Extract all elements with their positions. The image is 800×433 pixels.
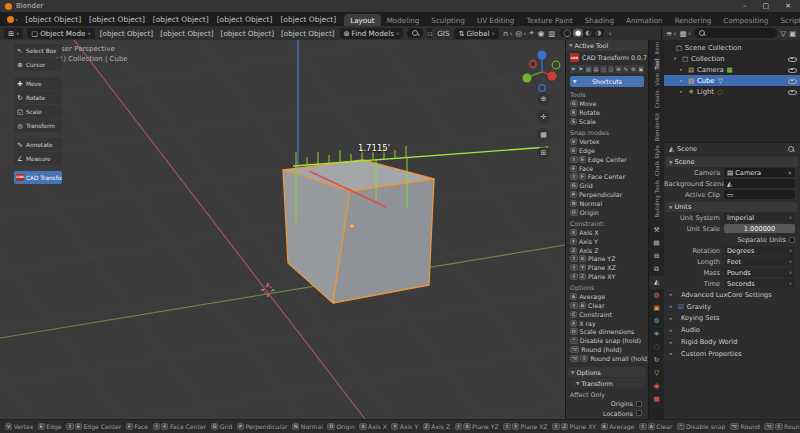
collapsed-panel-header[interactable]: ▸ ☑ Gravity: [664, 301, 800, 313]
properties-tab-icon[interactable]: ◌: [649, 341, 664, 354]
sidebar-tab[interactable]: View: [654, 71, 660, 88]
active-tool-panel-header[interactable]: ▼ Active Tool: [566, 40, 648, 51]
menu-item[interactable]: [object Object]: [213, 15, 277, 24]
shading-mode-icon[interactable]: ●: [573, 29, 583, 37]
menu-item[interactable]: [object Object]: [149, 15, 213, 24]
minimize-button[interactable]: –: [743, 2, 747, 10]
viewport-nav-icon[interactable]: ⊞: [537, 146, 550, 159]
outliner-editor-icon[interactable]: ≡∨: [666, 29, 677, 38]
header-icon[interactable]: ∩∨: [503, 28, 513, 38]
rotation-dropdown[interactable]: Degrees∨: [724, 246, 795, 255]
tool-button[interactable]: ◱ Scale: [14, 105, 62, 118]
properties-tab-icon[interactable]: ⧉: [649, 263, 664, 276]
editor-type-button[interactable]: ⊞∨: [4, 28, 23, 39]
separate-units-checkbox[interactable]: [789, 237, 795, 243]
visibility-eye-icon[interactable]: [788, 77, 796, 85]
addon-icon[interactable]: ▥: [585, 65, 592, 73]
viewport-menu-item[interactable]: [object Object]: [99, 29, 154, 38]
active-clip-field[interactable]: ▭: [724, 190, 795, 199]
sidebar-tab[interactable]: Tool: [654, 57, 660, 72]
checkbox-row[interactable]: Locations: [566, 409, 648, 419]
new-collection-icon[interactable]: ▣: [789, 29, 796, 38]
time-dropdown[interactable]: Seconds∨: [724, 279, 795, 288]
properties-tab-icon[interactable]: ▽: [649, 367, 664, 380]
viewport-nav-icon[interactable]: ⊕: [537, 92, 550, 105]
workspace-tab[interactable]: Texture Paint: [520, 14, 578, 26]
options-panel-header[interactable]: ▼ Options: [568, 367, 646, 377]
addon-icon[interactable]: ⚙: [630, 65, 637, 73]
visibility-eye-icon[interactable]: [788, 55, 796, 63]
gis-menu[interactable]: GIS: [436, 29, 450, 38]
transform-panel-header[interactable]: ▼ Transform: [573, 378, 646, 388]
workspace-tab[interactable]: Sculpting: [425, 14, 471, 26]
header-icon[interactable]: ▥: [548, 28, 556, 38]
workspace-tab[interactable]: Compositing: [717, 14, 774, 26]
3d-viewport[interactable]: User Perspective (1) Collection | Cube ↖…: [0, 40, 565, 419]
tool-button[interactable]: CAD CAD Transform: [14, 171, 62, 184]
header-icon[interactable]: ◎∨: [516, 28, 527, 38]
menu-item[interactable]: [object Object]: [21, 15, 85, 24]
properties-tab-icon[interactable]: ✳: [649, 328, 664, 341]
addon-icon[interactable]: ⚑: [578, 65, 585, 73]
maximize-button[interactable]: ▢: [763, 2, 770, 10]
outliner-row[interactable]: ▾ ▢ Collection: [664, 53, 800, 64]
visibility-eye-icon[interactable]: [788, 66, 796, 74]
unit-system-dropdown[interactable]: Imperial∨: [724, 213, 795, 222]
blender-menu-icon[interactable]: ∨: [4, 16, 21, 23]
addon-icon[interactable]: ▤: [593, 65, 600, 73]
outliner-row[interactable]: ▢ Scene Collection: [664, 42, 800, 53]
outliner-row[interactable]: ▸ ▧ Cube ▽: [664, 75, 800, 86]
addon-icon[interactable]: ⚑: [570, 65, 577, 73]
workspace-tab[interactable]: Modeling: [381, 14, 426, 26]
addon-icon[interactable]: ⊞: [615, 65, 622, 73]
outliner-item-label[interactable]: Scene Collection: [685, 44, 742, 52]
outliner-row[interactable]: ▸ ✳ Light ◌: [664, 86, 800, 97]
workspace-tab[interactable]: Animation: [620, 14, 669, 26]
navigation-gizmo[interactable]: [518, 46, 565, 94]
properties-tab-icon[interactable]: ▦: [649, 393, 664, 406]
tool-button[interactable]: ◎ Transform: [14, 119, 62, 132]
viewport-menu-item[interactable]: [object Object]: [220, 29, 275, 38]
collapsed-panel-header[interactable]: ▸ Advanced LuxCore Settings: [664, 289, 800, 301]
collapsed-panel-header[interactable]: ▸ Audio: [664, 324, 800, 336]
sidebar-tab[interactable]: Create: [654, 88, 660, 110]
menu-item[interactable]: [object Object]: [276, 15, 340, 24]
panel-checkbox-icon[interactable]: ☑: [678, 303, 684, 311]
expand-arrow-icon[interactable]: ▸: [680, 78, 685, 83]
checkbox[interactable]: [636, 410, 642, 416]
collapsed-panel-header[interactable]: ▸ Rigid Body World: [664, 336, 800, 348]
units-panel-header[interactable]: ▼ Units: [666, 202, 798, 212]
outliner-search-input[interactable]: [694, 28, 777, 38]
model-search-input[interactable]: [407, 28, 423, 38]
header-icon[interactable]: ⌖: [529, 28, 534, 38]
orientation-dropdown[interactable]: ⇅Global∨: [454, 28, 498, 39]
viewport-nav-icon[interactable]: ▦: [537, 128, 550, 141]
outliner-row[interactable]: ▸ ▤ Camera ▦: [664, 64, 800, 75]
checkbox[interactable]: [636, 401, 642, 407]
expand-arrow-icon[interactable]: ▸: [680, 89, 685, 94]
find-models-dropdown[interactable]: ⊛Find Models∨: [340, 28, 404, 39]
properties-tab-icon[interactable]: ⚙: [649, 315, 664, 328]
tool-button[interactable]: ∠ Measure: [14, 152, 62, 165]
mass-dropdown[interactable]: Pounds∨: [724, 268, 795, 277]
tool-button[interactable]: ↖ Select Box: [14, 44, 62, 57]
tool-button[interactable]: ↻ Rotate: [14, 91, 62, 104]
properties-tab-icon[interactable]: ◉: [649, 380, 664, 393]
clear-icon[interactable]: ✕: [787, 170, 792, 176]
properties-tab-icon[interactable]: ▣: [649, 302, 664, 315]
header-icon[interactable]: ◉: [538, 28, 546, 38]
collapsed-panel-header[interactable]: ▸ Custom Properties: [664, 348, 800, 360]
camera-field[interactable]: ▤ Camera ✕: [724, 168, 795, 177]
workspace-tab[interactable]: Layout: [344, 14, 380, 26]
sidebar-tab[interactable]: Chalk Style: [654, 143, 660, 178]
outliner-item-label[interactable]: Camera: [697, 66, 724, 74]
expand-arrow-icon[interactable]: ▸: [680, 67, 685, 72]
checkbox-row[interactable]: Origins: [566, 399, 648, 409]
sidebar-tab[interactable]: BlenderKit: [654, 111, 660, 144]
workspace-tab[interactable]: Shading: [579, 14, 620, 26]
sidebar-tab[interactable]: Building Tools: [654, 178, 660, 220]
outliner-item-label[interactable]: Collection: [691, 55, 725, 63]
addon-icon[interactable]: ◳: [600, 65, 607, 73]
viewport-menu-item[interactable]: [object Object]: [159, 29, 214, 38]
sidebar-tab[interactable]: Item: [654, 40, 660, 57]
